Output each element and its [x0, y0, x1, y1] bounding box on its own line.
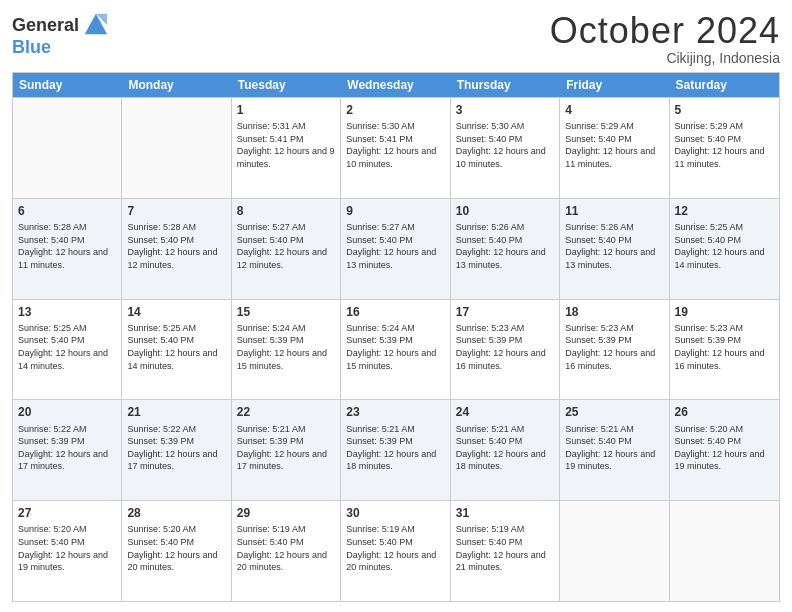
day-header-monday: Monday — [122, 73, 231, 97]
calendar-row-3: 20Sunrise: 5:22 AM Sunset: 5:39 PM Dayli… — [13, 399, 779, 500]
calendar-cell-21: 21Sunrise: 5:22 AM Sunset: 5:39 PM Dayli… — [122, 400, 231, 500]
day-number: 27 — [18, 505, 116, 521]
day-number: 12 — [675, 203, 774, 219]
calendar: SundayMondayTuesdayWednesdayThursdayFrid… — [12, 72, 780, 602]
day-number: 9 — [346, 203, 444, 219]
day-info: Sunrise: 5:20 AM Sunset: 5:40 PM Dayligh… — [127, 523, 225, 573]
day-number: 26 — [675, 404, 774, 420]
day-number: 18 — [565, 304, 663, 320]
logo-text: General — [12, 16, 79, 36]
day-number: 25 — [565, 404, 663, 420]
calendar-cell-27: 27Sunrise: 5:20 AM Sunset: 5:40 PM Dayli… — [13, 501, 122, 601]
calendar-cell-19: 19Sunrise: 5:23 AM Sunset: 5:39 PM Dayli… — [670, 300, 779, 400]
calendar-cell-26: 26Sunrise: 5:20 AM Sunset: 5:40 PM Dayli… — [670, 400, 779, 500]
logo: General Blue — [12, 14, 109, 58]
calendar-cell-9: 9Sunrise: 5:27 AM Sunset: 5:40 PM Daylig… — [341, 199, 450, 299]
day-number: 8 — [237, 203, 335, 219]
day-number: 2 — [346, 102, 444, 118]
calendar-cell-8: 8Sunrise: 5:27 AM Sunset: 5:40 PM Daylig… — [232, 199, 341, 299]
day-info: Sunrise: 5:24 AM Sunset: 5:39 PM Dayligh… — [237, 322, 335, 372]
day-number: 15 — [237, 304, 335, 320]
day-info: Sunrise: 5:21 AM Sunset: 5:39 PM Dayligh… — [346, 423, 444, 473]
day-info: Sunrise: 5:21 AM Sunset: 5:40 PM Dayligh… — [456, 423, 554, 473]
day-info: Sunrise: 5:20 AM Sunset: 5:40 PM Dayligh… — [675, 423, 774, 473]
calendar-cell-25: 25Sunrise: 5:21 AM Sunset: 5:40 PM Dayli… — [560, 400, 669, 500]
title-block: October 2024 Cikijing, Indonesia — [550, 10, 780, 66]
day-info: Sunrise: 5:23 AM Sunset: 5:39 PM Dayligh… — [675, 322, 774, 372]
day-info: Sunrise: 5:29 AM Sunset: 5:40 PM Dayligh… — [565, 120, 663, 170]
page: General Blue October 2024 Cikijing, Indo… — [0, 0, 792, 612]
day-number: 30 — [346, 505, 444, 521]
day-number: 24 — [456, 404, 554, 420]
day-header-saturday: Saturday — [670, 73, 779, 97]
calendar-header: SundayMondayTuesdayWednesdayThursdayFrid… — [13, 73, 779, 97]
calendar-cell-3: 3Sunrise: 5:30 AM Sunset: 5:40 PM Daylig… — [451, 98, 560, 198]
logo-text-blue: Blue — [12, 37, 51, 57]
calendar-row-0: 1Sunrise: 5:31 AM Sunset: 5:41 PM Daylig… — [13, 97, 779, 198]
day-number: 11 — [565, 203, 663, 219]
day-number: 5 — [675, 102, 774, 118]
calendar-cell-18: 18Sunrise: 5:23 AM Sunset: 5:39 PM Dayli… — [560, 300, 669, 400]
day-info: Sunrise: 5:24 AM Sunset: 5:39 PM Dayligh… — [346, 322, 444, 372]
calendar-cell-20: 20Sunrise: 5:22 AM Sunset: 5:39 PM Dayli… — [13, 400, 122, 500]
day-header-wednesday: Wednesday — [341, 73, 450, 97]
day-info: Sunrise: 5:21 AM Sunset: 5:39 PM Dayligh… — [237, 423, 335, 473]
day-number: 17 — [456, 304, 554, 320]
day-info: Sunrise: 5:28 AM Sunset: 5:40 PM Dayligh… — [127, 221, 225, 271]
calendar-cell-2: 2Sunrise: 5:30 AM Sunset: 5:41 PM Daylig… — [341, 98, 450, 198]
day-header-thursday: Thursday — [451, 73, 560, 97]
day-info: Sunrise: 5:25 AM Sunset: 5:40 PM Dayligh… — [127, 322, 225, 372]
day-info: Sunrise: 5:19 AM Sunset: 5:40 PM Dayligh… — [237, 523, 335, 573]
day-number: 1 — [237, 102, 335, 118]
day-header-friday: Friday — [560, 73, 669, 97]
day-info: Sunrise: 5:27 AM Sunset: 5:40 PM Dayligh… — [237, 221, 335, 271]
calendar-cell-14: 14Sunrise: 5:25 AM Sunset: 5:40 PM Dayli… — [122, 300, 231, 400]
calendar-cell-empty — [122, 98, 231, 198]
calendar-cell-15: 15Sunrise: 5:24 AM Sunset: 5:39 PM Dayli… — [232, 300, 341, 400]
day-info: Sunrise: 5:29 AM Sunset: 5:40 PM Dayligh… — [675, 120, 774, 170]
day-number: 13 — [18, 304, 116, 320]
day-number: 19 — [675, 304, 774, 320]
month-title: October 2024 — [550, 10, 780, 52]
day-number: 6 — [18, 203, 116, 219]
logo-icon — [81, 10, 109, 38]
calendar-cell-4: 4Sunrise: 5:29 AM Sunset: 5:40 PM Daylig… — [560, 98, 669, 198]
calendar-cell-empty — [670, 501, 779, 601]
calendar-cell-7: 7Sunrise: 5:28 AM Sunset: 5:40 PM Daylig… — [122, 199, 231, 299]
day-header-tuesday: Tuesday — [232, 73, 341, 97]
calendar-cell-29: 29Sunrise: 5:19 AM Sunset: 5:40 PM Dayli… — [232, 501, 341, 601]
calendar-cell-13: 13Sunrise: 5:25 AM Sunset: 5:40 PM Dayli… — [13, 300, 122, 400]
day-info: Sunrise: 5:22 AM Sunset: 5:39 PM Dayligh… — [18, 423, 116, 473]
day-info: Sunrise: 5:25 AM Sunset: 5:40 PM Dayligh… — [18, 322, 116, 372]
calendar-body: 1Sunrise: 5:31 AM Sunset: 5:41 PM Daylig… — [13, 97, 779, 601]
calendar-cell-17: 17Sunrise: 5:23 AM Sunset: 5:39 PM Dayli… — [451, 300, 560, 400]
calendar-cell-12: 12Sunrise: 5:25 AM Sunset: 5:40 PM Dayli… — [670, 199, 779, 299]
day-info: Sunrise: 5:25 AM Sunset: 5:40 PM Dayligh… — [675, 221, 774, 271]
calendar-cell-5: 5Sunrise: 5:29 AM Sunset: 5:40 PM Daylig… — [670, 98, 779, 198]
calendar-cell-23: 23Sunrise: 5:21 AM Sunset: 5:39 PM Dayli… — [341, 400, 450, 500]
day-number: 20 — [18, 404, 116, 420]
day-info: Sunrise: 5:23 AM Sunset: 5:39 PM Dayligh… — [456, 322, 554, 372]
day-info: Sunrise: 5:19 AM Sunset: 5:40 PM Dayligh… — [456, 523, 554, 573]
day-info: Sunrise: 5:30 AM Sunset: 5:41 PM Dayligh… — [346, 120, 444, 170]
day-info: Sunrise: 5:20 AM Sunset: 5:40 PM Dayligh… — [18, 523, 116, 573]
day-number: 29 — [237, 505, 335, 521]
day-number: 16 — [346, 304, 444, 320]
calendar-cell-28: 28Sunrise: 5:20 AM Sunset: 5:40 PM Dayli… — [122, 501, 231, 601]
day-info: Sunrise: 5:30 AM Sunset: 5:40 PM Dayligh… — [456, 120, 554, 170]
day-number: 22 — [237, 404, 335, 420]
day-number: 31 — [456, 505, 554, 521]
header: General Blue October 2024 Cikijing, Indo… — [12, 10, 780, 66]
day-info: Sunrise: 5:19 AM Sunset: 5:40 PM Dayligh… — [346, 523, 444, 573]
calendar-cell-empty — [13, 98, 122, 198]
calendar-row-2: 13Sunrise: 5:25 AM Sunset: 5:40 PM Dayli… — [13, 299, 779, 400]
calendar-cell-31: 31Sunrise: 5:19 AM Sunset: 5:40 PM Dayli… — [451, 501, 560, 601]
calendar-row-1: 6Sunrise: 5:28 AM Sunset: 5:40 PM Daylig… — [13, 198, 779, 299]
day-info: Sunrise: 5:21 AM Sunset: 5:40 PM Dayligh… — [565, 423, 663, 473]
calendar-row-4: 27Sunrise: 5:20 AM Sunset: 5:40 PM Dayli… — [13, 500, 779, 601]
day-number: 3 — [456, 102, 554, 118]
calendar-cell-16: 16Sunrise: 5:24 AM Sunset: 5:39 PM Dayli… — [341, 300, 450, 400]
day-info: Sunrise: 5:23 AM Sunset: 5:39 PM Dayligh… — [565, 322, 663, 372]
calendar-cell-22: 22Sunrise: 5:21 AM Sunset: 5:39 PM Dayli… — [232, 400, 341, 500]
day-number: 21 — [127, 404, 225, 420]
